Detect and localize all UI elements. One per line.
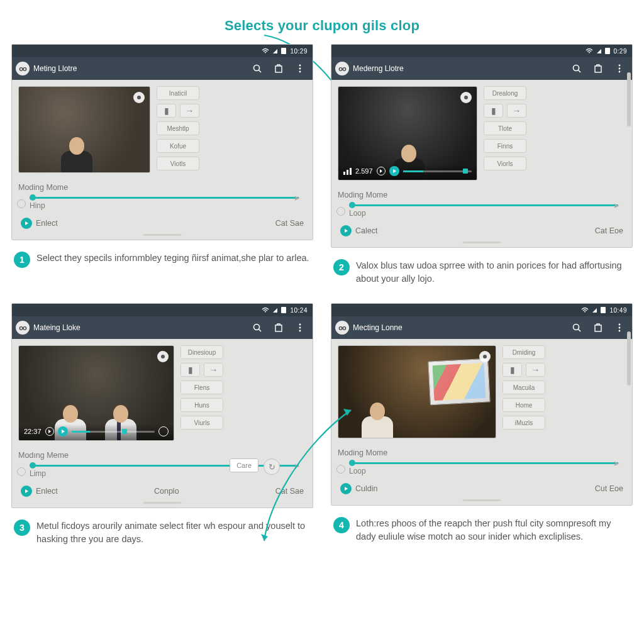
step-caption: 3 Metul ficdoys arourily animate select …	[11, 508, 313, 546]
bottom-toolbar: Enlect Cat Sae	[18, 211, 306, 233]
right-action[interactable]: Cut Eoe	[595, 484, 623, 493]
side-panel: Dinesioup ▮ → Flens Huns Viurls	[180, 345, 306, 441]
scrollbar[interactable]	[627, 72, 631, 126]
right-action[interactable]: Cat Eoe	[595, 226, 623, 235]
app-title: Mederng Llotre	[353, 64, 564, 73]
clock-icon	[336, 207, 345, 216]
left-action[interactable]: Enlect	[36, 219, 58, 228]
timeline[interactable]: ➤ Loop	[338, 462, 626, 477]
phone-frame: 10:24 oo Mateing Lloke	[11, 303, 313, 508]
search-icon[interactable]	[248, 60, 266, 77]
filter-chip[interactable]: Macuila	[502, 380, 545, 394]
svg-point-22	[619, 327, 621, 329]
play-button[interactable]	[340, 225, 352, 236]
filter-chip[interactable]: Flens	[180, 380, 223, 394]
step-caption: 4 Loth:res phoos of the reapch ther push…	[331, 506, 633, 543]
svg-point-9	[619, 65, 621, 67]
marker-icon[interactable]	[157, 351, 169, 362]
app-logo-icon[interactable]: oo	[16, 62, 30, 75]
marker-icon[interactable]	[460, 92, 472, 103]
archive-icon[interactable]	[270, 319, 287, 336]
filter-chip[interactable]: Kofue	[157, 139, 199, 153]
filter-chip[interactable]: Meshtlp	[157, 121, 199, 135]
timeline[interactable]: ➤ Hinp	[18, 197, 306, 211]
align-left-button[interactable]: ▮	[484, 104, 503, 118]
left-action[interactable]: Enlect	[36, 487, 58, 496]
loop-toggle[interactable]: ↻	[264, 458, 280, 475]
emoji-icon[interactable]	[158, 426, 169, 436]
app-bar: oo Mateing Lloke	[12, 316, 313, 339]
filter-chip[interactable]: Viorls	[484, 157, 526, 170]
play-button[interactable]	[21, 218, 32, 229]
play-outline-icon[interactable]	[45, 427, 54, 436]
filter-chip[interactable]: Finns	[484, 139, 526, 153]
play-button[interactable]	[58, 426, 68, 436]
right-action[interactable]: Cat Sae	[275, 487, 304, 496]
inline-input[interactable]: Care	[230, 458, 258, 472]
play-button[interactable]	[21, 486, 32, 497]
drag-handle[interactable]	[463, 499, 501, 501]
play-button[interactable]	[389, 166, 399, 176]
video-preview[interactable]	[18, 86, 150, 173]
search-icon[interactable]	[568, 60, 586, 77]
play-button[interactable]	[340, 483, 352, 494]
tutorial-grid: 10:29 oo Meting Llotre	[0, 42, 644, 553]
svg-rect-20	[595, 325, 601, 331]
marker-icon[interactable]	[479, 351, 491, 362]
archive-icon[interactable]	[589, 60, 607, 77]
filter-chip[interactable]: Viotls	[157, 157, 199, 170]
video-preview[interactable]: 22:37	[18, 345, 174, 441]
page-title: Selects your clupon gils clop	[0, 0, 644, 42]
timeline[interactable]: ➤ Loop	[338, 204, 626, 219]
search-icon[interactable]	[568, 319, 586, 336]
scrollbar[interactable]	[627, 331, 631, 386]
drag-handle[interactable]	[143, 502, 181, 504]
forward-button[interactable]: →	[204, 363, 223, 377]
marker-icon[interactable]	[133, 92, 145, 103]
svg-point-6	[574, 65, 579, 71]
align-left-button[interactable]: ▮	[502, 363, 522, 377]
svg-point-4	[299, 68, 301, 70]
step-number: 4	[333, 517, 350, 533]
forward-button[interactable]: →	[507, 104, 526, 118]
more-icon[interactable]	[291, 319, 309, 336]
more-icon[interactable]	[291, 60, 309, 77]
drag-handle[interactable]	[463, 242, 501, 243]
filter-chip[interactable]: iMuzls	[502, 416, 545, 430]
side-panel: Inaticil ▮ → Meshtlp Kofue Viotls	[157, 86, 306, 173]
svg-rect-8	[595, 66, 601, 72]
align-left-button[interactable]: ▮	[157, 104, 176, 118]
filter-chip[interactable]: Dinesioup	[180, 345, 223, 359]
filter-chip[interactable]: Inaticil	[157, 86, 199, 100]
filter-chip[interactable]: Viurls	[180, 416, 223, 430]
app-logo-icon[interactable]: oo	[16, 321, 30, 335]
right-action[interactable]: Cat Sae	[275, 219, 304, 228]
filter-chip[interactable]: Huns	[180, 398, 223, 412]
more-icon[interactable]	[611, 319, 628, 336]
filter-chip[interactable]: Home	[502, 398, 545, 412]
play-outline-icon[interactable]	[377, 167, 386, 175]
search-icon[interactable]	[248, 319, 266, 336]
filter-chip[interactable]: Tlote	[484, 121, 526, 135]
left-action[interactable]: Calect	[355, 226, 377, 235]
filter-chip[interactable]: Drealong	[484, 86, 526, 100]
svg-point-21	[619, 324, 621, 326]
align-left-button[interactable]: ▮	[180, 363, 200, 377]
forward-button[interactable]: →	[180, 104, 199, 118]
drag-handle[interactable]	[143, 234, 181, 236]
archive-icon[interactable]	[270, 60, 287, 77]
progress-bar[interactable]	[72, 431, 155, 433]
video-preview[interactable]	[338, 345, 496, 438]
left-action[interactable]: Culdin	[355, 484, 377, 493]
center-action[interactable]: Conplo	[154, 487, 179, 496]
archive-icon[interactable]	[589, 319, 607, 336]
status-bar: 0:29	[331, 45, 632, 57]
forward-button[interactable]: →	[526, 363, 545, 377]
app-logo-icon[interactable]: oo	[335, 321, 349, 335]
svg-point-17	[299, 330, 301, 332]
video-preview[interactable]: 2.597	[338, 86, 477, 180]
filter-chip[interactable]: Dmiding	[502, 345, 545, 359]
more-icon[interactable]	[611, 60, 628, 77]
app-logo-icon[interactable]: oo	[335, 62, 349, 75]
progress-bar[interactable]	[403, 170, 472, 172]
